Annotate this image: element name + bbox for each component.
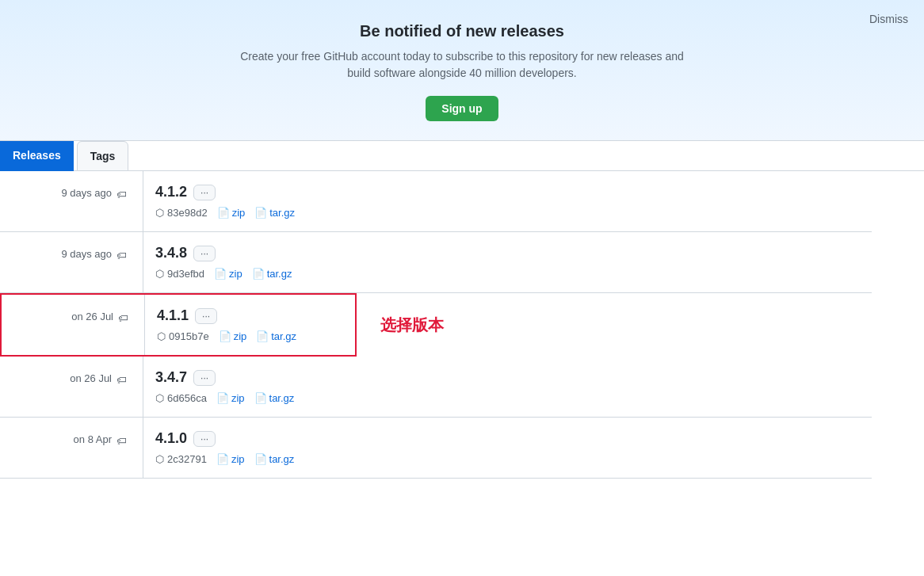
commit-hash: ⬡ 0915b7e <box>157 330 209 342</box>
release-info: 4.1.2 ··· ⬡ 83e98d2 📄 zip 📄 tar.gz <box>143 184 872 219</box>
release-assets: ⬡ 0915b7e 📄 zip 📄 tar.gz <box>157 330 355 342</box>
release-row: on 8 Apr 🏷 4.1.0 ··· ⬡ 2c32791 📄 zip 📄 <box>0 418 872 479</box>
release-info: 3.4.8 ··· ⬡ 9d3efbd 📄 zip 📄 tar.gz <box>143 245 872 280</box>
release-info: 4.1.0 ··· ⬡ 2c32791 📄 zip 📄 tar.gz <box>143 430 872 465</box>
release-row: on 26 Jul 🏷 4.1.1 ··· ⬡ 0915b7e <box>2 295 355 355</box>
release-date: 9 days ago 🏷 <box>0 245 143 261</box>
file-icon: 📄 <box>216 453 229 465</box>
version-number: 4.1.0 <box>155 430 187 447</box>
tag-icon: 🏷 <box>118 312 128 324</box>
more-options-button[interactable]: ··· <box>193 370 216 386</box>
file-icon: 📄 <box>252 268 265 280</box>
more-options-button[interactable]: ··· <box>195 308 217 324</box>
release-assets: ⬡ 2c32791 📄 zip 📄 tar.gz <box>155 453 872 465</box>
file-icon: 📄 <box>254 392 267 404</box>
version-row: 4.1.0 ··· <box>155 430 872 447</box>
tag-icon: 🏷 <box>116 250 127 261</box>
commit-icon: ⬡ <box>155 268 164 280</box>
zip-download-link[interactable]: 📄 zip <box>219 330 247 342</box>
commit-icon: ⬡ <box>155 392 164 404</box>
release-date: on 26 Jul 🏷 <box>0 369 143 386</box>
dismiss-button[interactable]: Dismiss <box>869 13 908 25</box>
commit-hash: ⬡ 9d3efbd <box>155 268 204 280</box>
commit-hash: ⬡ 2c32791 <box>155 453 207 465</box>
tag-icon: 🏷 <box>116 374 127 386</box>
targz-download-link[interactable]: 📄 tar.gz <box>256 330 296 342</box>
banner-description: Create your free GitHub account today to… <box>240 48 684 82</box>
tab-tags[interactable]: Tags <box>77 141 129 171</box>
zip-download-link[interactable]: 📄 zip <box>214 268 242 280</box>
annotation-container: 选择版本 <box>357 293 444 357</box>
tab-releases[interactable]: Releases <box>0 141 74 171</box>
file-icon: 📄 <box>254 453 267 465</box>
tag-icon: 🏷 <box>116 435 127 447</box>
release-info: 4.1.1 ··· ⬡ 0915b7e 📄 zip 📄 <box>144 307 355 342</box>
release-date: on 8 Apr 🏷 <box>0 430 143 447</box>
version-row: 4.1.2 ··· <box>155 184 872 200</box>
file-icon: 📄 <box>214 268 227 280</box>
version-row: 3.4.7 ··· <box>155 369 872 386</box>
targz-download-link[interactable]: 📄 tar.gz <box>254 392 295 404</box>
version-row: 4.1.1 ··· <box>157 307 355 324</box>
release-row: 9 days ago 🏷 4.1.2 ··· ⬡ 83e98d2 📄 zip 📄 <box>0 171 872 232</box>
release-date: on 26 Jul 🏷 <box>2 307 144 324</box>
releases-list: 9 days ago 🏷 4.1.2 ··· ⬡ 83e98d2 📄 zip 📄 <box>0 171 872 479</box>
file-icon: 📄 <box>254 207 267 219</box>
release-row: on 26 Jul 🏷 3.4.7 ··· ⬡ 6d656ca 📄 zip 📄 <box>0 357 872 418</box>
banner-title: Be notified of new releases <box>16 22 908 40</box>
file-icon: 📄 <box>219 330 231 342</box>
notification-banner: Dismiss Be notified of new releases Crea… <box>0 0 924 141</box>
version-row: 3.4.8 ··· <box>155 245 872 261</box>
file-icon: 📄 <box>217 207 230 219</box>
version-number: 3.4.8 <box>155 245 187 261</box>
commit-icon: ⬡ <box>157 330 166 342</box>
tag-icon: 🏷 <box>116 189 127 200</box>
zip-download-link[interactable]: 📄 zip <box>216 453 245 465</box>
release-date: 9 days ago 🏷 <box>0 184 143 200</box>
commit-icon: ⬡ <box>155 453 164 465</box>
targz-download-link[interactable]: 📄 tar.gz <box>254 207 295 219</box>
highlighted-release-box: on 26 Jul 🏷 4.1.1 ··· ⬡ 0915b7e <box>0 293 357 357</box>
commit-hash: ⬡ 83e98d2 <box>155 207 208 219</box>
version-number: 4.1.1 <box>157 307 189 324</box>
signup-button[interactable]: Sign up <box>426 96 498 121</box>
targz-download-link[interactable]: 📄 tar.gz <box>252 268 292 280</box>
file-icon: 📄 <box>216 392 229 404</box>
release-assets: ⬡ 6d656ca 📄 zip 📄 tar.gz <box>155 392 872 404</box>
release-assets: ⬡ 9d3efbd 📄 zip 📄 tar.gz <box>155 268 872 280</box>
zip-download-link[interactable]: 📄 zip <box>217 207 246 219</box>
release-row: 9 days ago 🏷 3.4.8 ··· ⬡ 9d3efbd 📄 zip 📄 <box>0 232 872 293</box>
commit-hash: ⬡ 6d656ca <box>155 392 207 404</box>
highlighted-release-wrapper: on 26 Jul 🏷 4.1.1 ··· ⬡ 0915b7e <box>0 293 872 357</box>
file-icon: 📄 <box>256 330 269 342</box>
version-number: 3.4.7 <box>155 369 187 386</box>
annotation-label: 选择版本 <box>380 315 444 336</box>
more-options-button[interactable]: ··· <box>193 246 216 261</box>
more-options-button[interactable]: ··· <box>193 431 216 447</box>
zip-download-link[interactable]: 📄 zip <box>216 392 245 404</box>
release-info: 3.4.7 ··· ⬡ 6d656ca 📄 zip 📄 tar.gz <box>143 369 872 404</box>
release-assets: ⬡ 83e98d2 📄 zip 📄 tar.gz <box>155 207 872 219</box>
more-options-button[interactable]: ··· <box>193 185 216 200</box>
tabs-container: Releases Tags <box>0 141 924 171</box>
commit-icon: ⬡ <box>155 207 164 219</box>
version-number: 4.1.2 <box>155 184 187 200</box>
targz-download-link[interactable]: 📄 tar.gz <box>254 453 295 465</box>
